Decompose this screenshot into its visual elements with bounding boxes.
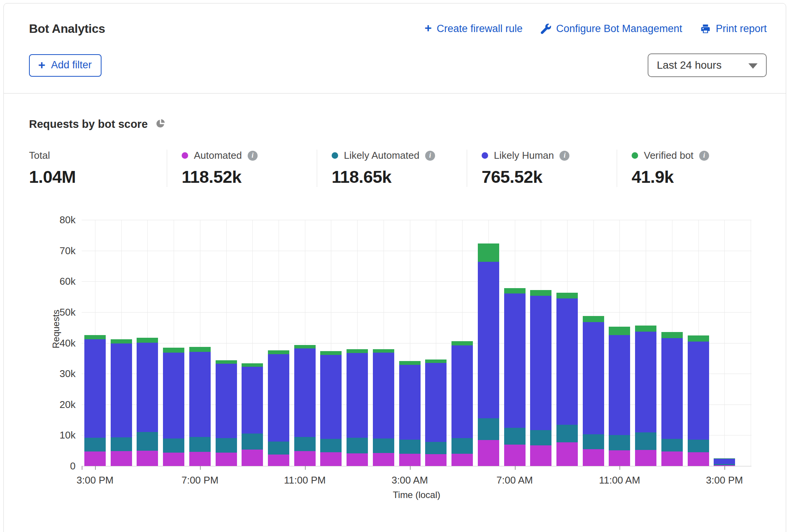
bar-segment-likely-automated	[268, 442, 289, 455]
bar-segment-likely-human	[163, 353, 184, 439]
bar-1200am-9[interactable]	[320, 351, 342, 466]
y-tick-label: 20k	[34, 398, 76, 410]
bar-600pm-3[interactable]	[163, 348, 184, 466]
bar-segment-likely-human	[583, 322, 604, 434]
bar-segment-automated	[635, 450, 656, 466]
bar-300pm-0[interactable]	[84, 335, 106, 466]
bar-segment-automated	[320, 452, 342, 466]
bar-200pm-23[interactable]	[688, 335, 709, 466]
bar-300am-12[interactable]	[399, 361, 421, 466]
y-axis-tick	[82, 466, 82, 470]
bar-900pm-6[interactable]	[242, 363, 263, 466]
bar-100pm-22[interactable]	[661, 332, 683, 466]
y-axis-title: Requests	[51, 310, 61, 348]
plus-icon: +	[38, 60, 45, 70]
bar-1100am-20[interactable]	[609, 327, 630, 466]
bar-500pm-2[interactable]	[137, 338, 158, 466]
bar-segment-verified-bot	[111, 339, 132, 343]
bar-segment-likely-human	[189, 352, 211, 437]
bar-segment-automated	[478, 440, 499, 466]
bar-500am-14[interactable]	[451, 341, 473, 466]
bar-segment-likely-human	[478, 262, 499, 418]
gridline-h	[82, 312, 751, 313]
bar-segment-likely-automated	[399, 440, 421, 453]
bar-700pm-4[interactable]	[189, 347, 211, 466]
bar-400am-13[interactable]	[425, 360, 447, 466]
stat-likely-automated: Likely Automatedi118.65k	[317, 150, 467, 187]
bar-segment-automated	[242, 450, 263, 466]
bar-segment-automated	[504, 445, 526, 466]
action-create-firewall-rule[interactable]: +Create firewall rule	[424, 23, 522, 35]
info-icon[interactable]: i	[699, 151, 709, 161]
stat-label: Verified bot	[644, 150, 693, 161]
section-title: Requests by bot score	[29, 118, 148, 131]
bar-segment-likely-automated	[530, 430, 551, 445]
x-axis-title: Time (local)	[393, 490, 440, 500]
bar-800pm-5[interactable]	[216, 360, 237, 466]
chart-section: Requests by bot score Total1.04MAutomate…	[4, 94, 786, 487]
bar-segment-likely-automated	[688, 440, 709, 452]
x-tick-label: 7:00 PM	[181, 474, 218, 486]
bar-900am-18[interactable]	[556, 293, 578, 466]
bar-segment-verified-bot	[84, 335, 106, 339]
bar-segment-verified-bot	[530, 290, 551, 296]
y-tick-label: 80k	[34, 214, 76, 226]
plus-icon: +	[424, 23, 432, 35]
action-label: Configure Bot Management	[556, 23, 682, 35]
bar-segment-likely-automated	[478, 418, 499, 440]
bar-segment-likely-automated	[714, 464, 735, 465]
bar-segment-likely-human	[688, 342, 709, 439]
bot-analytics-card: Bot Analytics +Create firewall ruleConfi…	[3, 3, 786, 532]
stat-value: 118.65k	[332, 167, 463, 187]
bar-segment-likely-human	[294, 348, 316, 437]
bar-1100pm-8[interactable]	[294, 345, 316, 466]
time-range-value: Last 24 hours	[657, 59, 722, 71]
bar-segment-automated	[163, 453, 184, 466]
x-tick-label: 3:00 PM	[77, 474, 114, 486]
time-range-dropdown[interactable]: Last 24 hours	[648, 53, 767, 77]
bar-segment-verified-bot	[347, 349, 368, 353]
bar-segment-likely-automated	[425, 442, 447, 454]
bar-segment-likely-automated	[451, 438, 473, 453]
y-tick-label: 60k	[34, 276, 76, 287]
bar-segment-verified-bot	[583, 316, 604, 322]
bar-800am-17[interactable]	[530, 290, 551, 466]
add-filter-button[interactable]: + Add filter	[29, 54, 102, 77]
bar-segment-automated	[399, 454, 421, 466]
action-configure-bot-management[interactable]: Configure Bot Management	[541, 23, 682, 35]
bar-700am-16[interactable]	[504, 288, 526, 466]
bar-segment-verified-bot	[451, 341, 473, 345]
card-header: Bot Analytics +Create firewall ruleConfi…	[4, 3, 786, 94]
chevron-down-icon	[748, 63, 758, 69]
bar-segment-likely-human	[530, 296, 551, 430]
bar-segment-automated	[111, 451, 132, 466]
bar-200am-11[interactable]	[373, 349, 394, 466]
info-icon[interactable]: i	[425, 151, 435, 161]
bar-segment-likely-automated	[163, 438, 184, 452]
bar-1000am-19[interactable]	[583, 316, 604, 466]
y-tick-label: 30k	[34, 368, 76, 380]
bar-segment-verified-bot	[373, 349, 394, 352]
bar-1000pm-7[interactable]	[268, 350, 289, 466]
bar-segment-likely-human	[425, 363, 447, 442]
action-print-report[interactable]: Print report	[700, 23, 767, 35]
bar-100am-10[interactable]	[347, 349, 368, 466]
info-icon[interactable]: i	[248, 151, 258, 161]
info-icon[interactable]: i	[559, 151, 569, 161]
bar-600am-15[interactable]	[478, 243, 499, 466]
bar-300pm-24[interactable]	[714, 458, 735, 466]
stat-label: Automated	[194, 150, 242, 161]
bar-1200pm-21[interactable]	[635, 326, 656, 466]
bar-400pm-1[interactable]	[111, 339, 132, 466]
stat-likely-human: Likely Humani765.52k	[467, 150, 617, 187]
x-tick-label: 11:00 AM	[599, 474, 640, 486]
bar-segment-likely-automated	[84, 438, 106, 451]
bar-segment-verified-bot	[320, 351, 342, 355]
gridline-h	[82, 466, 751, 466]
bar-segment-verified-bot	[688, 335, 709, 342]
y-tick-label: 10k	[34, 429, 76, 441]
bar-segment-verified-bot	[137, 338, 158, 343]
stat-label: Likely Human	[494, 150, 554, 161]
y-tick-label: 70k	[34, 245, 76, 256]
bar-segment-likely-automated	[635, 432, 656, 450]
